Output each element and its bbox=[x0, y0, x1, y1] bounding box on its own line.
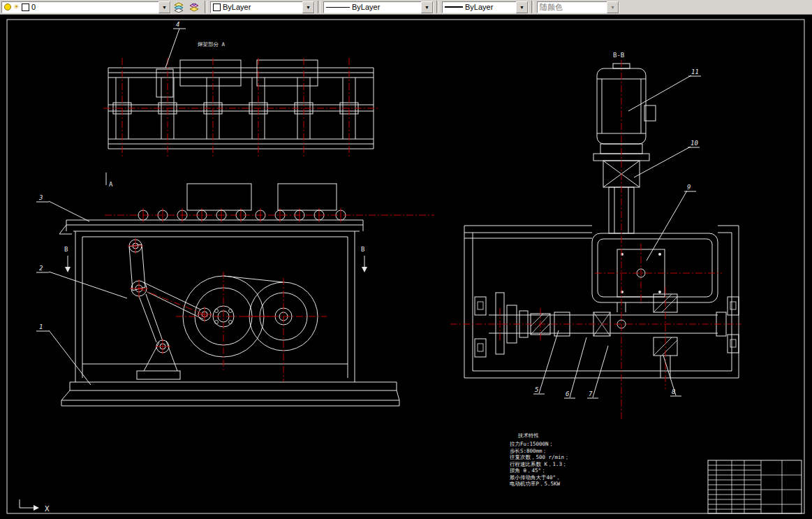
front-view bbox=[59, 184, 434, 406]
object-properties-toolbar: ☀ 0 ▼ ByLayer ▼ B bbox=[0, 0, 812, 15]
balloon-label: 10 bbox=[691, 140, 698, 147]
layer-on-icon bbox=[4, 3, 11, 10]
sheet-frame bbox=[7, 20, 804, 513]
toolbar-separator bbox=[436, 1, 439, 13]
lineweight-sample-icon bbox=[445, 6, 463, 8]
linkage bbox=[129, 240, 211, 379]
drawing-svg: 焊架部分 A 4 bbox=[0, 15, 812, 519]
lineweight-dropdown-arrow[interactable]: ▼ bbox=[516, 1, 528, 13]
linetype-sample-icon bbox=[326, 7, 350, 8]
toolbar-separator bbox=[531, 1, 534, 13]
balloon-label: 8 bbox=[672, 388, 675, 395]
balloon-5: 5 bbox=[533, 330, 559, 394]
balloon-3: 3 bbox=[36, 194, 89, 221]
cad-application-window: ☀ 0 ▼ ByLayer ▼ B bbox=[0, 0, 812, 519]
current-color-swatch bbox=[213, 3, 221, 11]
view-label-a: A bbox=[106, 173, 113, 188]
balloon-6: 6 bbox=[564, 337, 586, 398]
balloon-11: 11 bbox=[628, 68, 701, 111]
layer-thaw-icon: ☀ bbox=[13, 3, 20, 10]
motor bbox=[597, 64, 656, 144]
layer-color-swatch bbox=[22, 3, 29, 11]
layers-icon bbox=[173, 1, 184, 13]
tech-spec-line: 行程速比系数 K，1.3； bbox=[510, 461, 568, 467]
top-view: 焊架部分 A bbox=[103, 41, 378, 159]
layer-dropdown-arrow[interactable]: ▼ bbox=[158, 1, 170, 13]
balloon-label: 5 bbox=[535, 386, 538, 393]
layer-current-icon bbox=[189, 1, 200, 13]
section-arrow-b-left: B bbox=[64, 246, 71, 272]
ucs-x-label: X bbox=[45, 504, 50, 513]
toolbar-separator bbox=[318, 1, 320, 13]
lineweight-control[interactable]: ByLayer ▼ bbox=[442, 1, 529, 13]
balloon-label: 11 bbox=[691, 68, 699, 75]
balloon-label: 2 bbox=[39, 265, 43, 272]
tech-title: 技术特性 bbox=[517, 432, 540, 439]
tech-spec-line: 电动机功率P，5.5KW bbox=[510, 481, 561, 487]
balloon-label: 6 bbox=[566, 390, 569, 397]
tech-spec-line: 步长S:800mm； bbox=[510, 448, 547, 454]
section-view-bb: B-B bbox=[450, 52, 741, 420]
plot-style-dropdown-arrow: ▼ bbox=[607, 1, 619, 13]
svg-text:B: B bbox=[361, 246, 364, 253]
ucs-x-arrow-icon bbox=[34, 505, 39, 511]
current-color-value: ByLayer bbox=[223, 3, 251, 11]
svg-text:A: A bbox=[109, 181, 113, 188]
layers-button[interactable] bbox=[171, 1, 186, 13]
tech-spec-line: 往复次数，500 r/min； bbox=[510, 454, 570, 460]
ucs-icon: X bbox=[20, 499, 50, 513]
balloon-label: 1 bbox=[39, 323, 43, 330]
balloon-label: 7 bbox=[589, 390, 593, 397]
linetype-control[interactable]: ByLayer ▼ bbox=[323, 1, 434, 13]
balloon-10: 10 bbox=[634, 140, 700, 177]
tech-spec-line: 拉力Fu:15000N； bbox=[509, 441, 554, 447]
tech-spec-line: 摆角 θ，45°； bbox=[510, 467, 547, 474]
gearbox bbox=[592, 233, 718, 302]
current-layer-name: 0 bbox=[31, 3, 36, 11]
balloon-label: 9 bbox=[687, 184, 691, 191]
tech-spec-line: 最小传动角大于40°， bbox=[510, 474, 561, 481]
balloon-label: 4 bbox=[176, 21, 179, 28]
title-block bbox=[708, 460, 802, 513]
section-arrow-b-right: B bbox=[361, 246, 367, 272]
linetype-dropdown-arrow[interactable]: ▼ bbox=[421, 1, 433, 13]
balloon-4: 4 bbox=[165, 21, 186, 68]
color-control[interactable]: ByLayer ▼ bbox=[210, 1, 315, 13]
svg-text:B: B bbox=[64, 246, 68, 253]
balloon-label: 3 bbox=[38, 194, 43, 201]
current-plot-style-value: 随颜色 bbox=[540, 2, 563, 13]
drawing-canvas[interactable]: 焊架部分 A 4 bbox=[0, 15, 812, 519]
section-bb-title: B-B bbox=[613, 52, 624, 59]
color-dropdown-arrow[interactable]: ▼ bbox=[302, 1, 314, 13]
make-layer-current-button[interactable] bbox=[186, 1, 202, 13]
tech-notes: 技术特性 拉力Fu:15000N； 步长S:800mm； 往复次数，500 r/… bbox=[509, 432, 570, 487]
part-label: 焊架部分 A bbox=[198, 41, 226, 47]
toolbar-separator bbox=[205, 1, 207, 13]
balloon-7: 7 bbox=[587, 346, 608, 398]
balloon-8: 8 bbox=[663, 356, 681, 396]
balloon-2: 2 bbox=[36, 265, 127, 298]
current-lineweight-value: ByLayer bbox=[465, 3, 493, 11]
current-linetype-value: ByLayer bbox=[352, 3, 380, 11]
layer-control[interactable]: ☀ 0 ▼ bbox=[1, 1, 171, 13]
plot-style-control: 随颜色 ▼ bbox=[537, 1, 619, 13]
